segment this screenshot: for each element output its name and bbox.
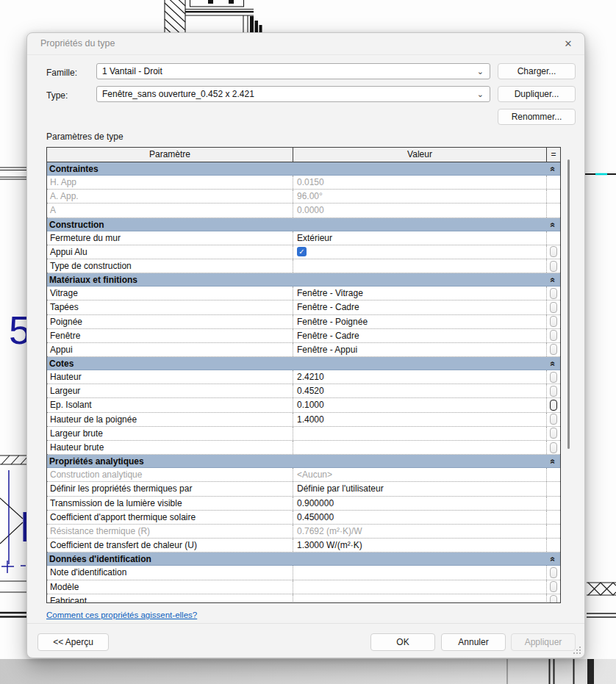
param-value[interactable] — [293, 427, 547, 440]
famille-combobox[interactable]: 1 Vantail - Droit ⌄ — [96, 63, 490, 79]
equals-toggle[interactable] — [550, 372, 557, 383]
apercu-toggle-button[interactable]: << Aperçu — [37, 633, 109, 651]
equals-toggle[interactable] — [550, 246, 557, 257]
dupliquer-button[interactable]: Dupliquer... — [498, 86, 576, 102]
param-row-modele: Modèle — [47, 580, 560, 594]
annuler-button[interactable]: Annuler — [441, 633, 506, 651]
equals-toggle[interactable] — [550, 302, 557, 313]
param-name: Hauteur de la poignée — [47, 413, 293, 426]
equals-toggle[interactable] — [550, 330, 557, 341]
equals-toggle[interactable] — [550, 344, 557, 355]
param-value[interactable]: 0.4520 — [293, 384, 547, 397]
section-header-materiaux-et-finitions[interactable]: Matériaux et finitions« — [47, 273, 560, 287]
param-value[interactable] — [293, 441, 547, 454]
param-name: Résistance thermique (R) — [47, 525, 293, 538]
param-value[interactable]: Fenêtre - Appui — [293, 343, 547, 356]
collapse-chevron-icon[interactable]: « — [548, 557, 559, 562]
param-value[interactable] — [293, 580, 547, 594]
appliquer-button-disabled[interactable]: Appliquer — [511, 633, 576, 651]
param-value[interactable]: Fenêtre - Poignée — [293, 315, 547, 328]
param-value: 96.00° — [293, 190, 547, 203]
param-value[interactable]: ✓ — [293, 245, 547, 259]
section-header-construction[interactable]: Construction« — [47, 218, 560, 231]
param-value[interactable]: 1.4000 — [293, 413, 547, 426]
param-name: Coefficient de transfert de chaleur (U) — [47, 539, 293, 552]
param-value[interactable]: 2.4210 — [293, 370, 547, 384]
equals-toggle[interactable] — [550, 288, 557, 299]
param-value[interactable] — [293, 594, 547, 603]
param-value[interactable] — [293, 259, 547, 273]
ok-button[interactable]: OK — [370, 633, 435, 651]
param-row-vitrage: VitrageFenêtre - Vitrage — [47, 287, 560, 300]
section-header-proprietes-analytiques[interactable]: Propriétés analytiques« — [47, 455, 560, 468]
close-icon[interactable]: ✕ — [561, 37, 576, 51]
param-row-resistance-thermique-r: Résistance thermique (R)0.7692 (m²·K)/W — [47, 525, 560, 539]
equals-cell — [547, 511, 560, 524]
collapse-chevron-icon[interactable]: « — [548, 167, 559, 172]
collapse-chevron-icon[interactable]: « — [548, 278, 559, 283]
equals-toggle[interactable] — [550, 595, 557, 603]
equals-cell — [547, 413, 560, 426]
equals-toggle[interactable] — [550, 567, 557, 578]
column-header-equals[interactable]: = — [547, 148, 560, 162]
equals-toggle[interactable] — [550, 316, 557, 327]
equals-toggle[interactable] — [550, 386, 557, 397]
param-name: Largeur brute — [47, 427, 293, 440]
equals-cell — [547, 539, 560, 552]
checkbox-checked[interactable]: ✓ — [297, 247, 307, 256]
param-value[interactable]: Définie par l'utilisateur — [293, 482, 547, 495]
section-header-cotes[interactable]: Cotes« — [47, 357, 560, 370]
collapse-chevron-icon[interactable]: « — [548, 361, 559, 367]
param-name: Fermeture du mur — [47, 231, 293, 245]
param-row-definir-les-proprietes-thermiques-par: Définir les propriétés thermiques parDéf… — [47, 482, 560, 496]
equals-toggle-focused[interactable] — [550, 400, 557, 411]
equals-cell — [547, 580, 560, 594]
param-name: Vitrage — [47, 287, 293, 300]
param-row-poignee: PoignéeFenêtre - Poignée — [47, 315, 560, 329]
section-title: Matériaux et finitions — [49, 274, 137, 286]
equals-cell — [547, 427, 560, 440]
chevron-down-icon: ⌄ — [477, 64, 484, 79]
resize-grip[interactable] — [573, 647, 581, 654]
section-header-donnees-d-identification[interactable]: Données d'identification« — [47, 552, 560, 566]
param-name: Largeur — [47, 384, 293, 397]
param-row-fabricant: Fabricant — [47, 594, 560, 603]
equals-toggle[interactable] — [550, 442, 557, 453]
equals-toggle[interactable] — [550, 581, 557, 592]
charger-button[interactable]: Charger... — [498, 63, 576, 79]
help-link[interactable]: Comment ces propriétés agissent-elles? — [46, 611, 197, 619]
equals-toggle[interactable] — [550, 414, 557, 425]
type-combobox[interactable]: Fenêtre_sans ouverture_0.452 x 2.421 ⌄ — [96, 86, 490, 102]
renommer-button[interactable]: Renommer... — [498, 109, 576, 125]
param-row-hauteur-de-la-poignee: Hauteur de la poignée1.4000 — [47, 413, 560, 427]
param-row-ep-isolant: Ep. Isolant0.1000 — [47, 398, 560, 412]
param-value[interactable]: Extérieur — [293, 231, 547, 245]
dialog-titlebar[interactable]: Propriétés du type ✕ — [27, 33, 584, 55]
param-value[interactable]: 0.1000 — [293, 398, 547, 411]
section-title: Contraintes — [49, 163, 99, 175]
column-header-parametre[interactable]: Paramètre — [47, 148, 293, 162]
collapse-chevron-icon[interactable]: « — [548, 222, 559, 227]
equals-toggle[interactable] — [550, 261, 557, 272]
param-row-transmission-de-la-lumiere-visible: Transmission de la lumière visible0.9000… — [47, 497, 560, 511]
param-value: 0.0150 — [293, 176, 547, 189]
equals-cell — [547, 259, 560, 273]
equals-cell — [547, 329, 560, 342]
section-header-contraintes[interactable]: Contraintes« — [47, 162, 560, 176]
param-value[interactable]: 0.450000 — [293, 511, 547, 524]
equals-cell — [547, 525, 560, 538]
param-value[interactable]: Fenêtre - Cadre — [293, 329, 547, 342]
param-value[interactable]: Fenêtre - Vitrage — [293, 287, 547, 300]
column-header-valeur[interactable]: Valeur — [293, 148, 547, 162]
vertical-scrollbar-thumb[interactable] — [567, 159, 570, 449]
param-value[interactable]: Fenêtre - Cadre — [293, 300, 547, 314]
param-name: Type de construction — [47, 259, 293, 273]
equals-cell — [547, 468, 560, 481]
famille-label: Famille: — [46, 68, 77, 78]
param-value[interactable]: 0.900000 — [293, 497, 547, 510]
collapse-chevron-icon[interactable]: « — [548, 459, 559, 464]
equals-toggle[interactable] — [550, 428, 557, 439]
param-value[interactable]: 1.3000 W/(m²·K) — [293, 539, 547, 552]
param-value[interactable] — [293, 566, 547, 579]
equals-cell — [547, 370, 560, 384]
